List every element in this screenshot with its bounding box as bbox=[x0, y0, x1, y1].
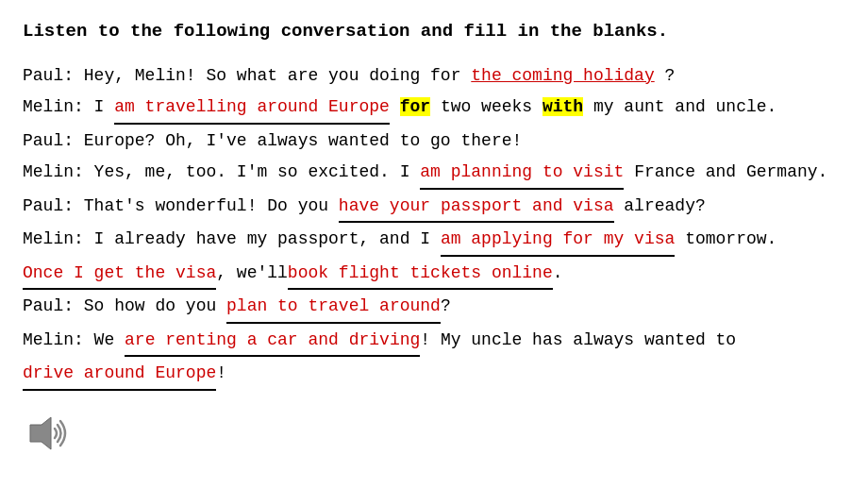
text-segment: Paul: Europe? Oh, I've always wanted to … bbox=[23, 131, 522, 150]
text-segment: , we'll bbox=[216, 263, 288, 282]
dialogue-line-4: Melin: Yes, me, too. I'm so excited. I a… bbox=[23, 158, 845, 190]
text-segment: Paul: That's wonderful! Do you bbox=[23, 196, 339, 215]
text-segment: Paul: Hey, Melin! So what are you doing … bbox=[23, 66, 471, 85]
blank-passport-visa: have your passport and visa bbox=[339, 192, 614, 224]
dialogue-line-2: Melin: I am travelling around Europe for… bbox=[23, 93, 845, 125]
text-segment: Melin: I bbox=[23, 97, 114, 116]
text-segment: ! bbox=[216, 363, 226, 382]
svg-marker-0 bbox=[30, 417, 51, 449]
dialogue-line-3: Paul: Europe? Oh, I've always wanted to … bbox=[23, 126, 845, 157]
blank-book-flight: book flight tickets online bbox=[288, 259, 553, 291]
text-segment: . bbox=[553, 263, 563, 282]
blank-planning-visit: am planning to visit bbox=[420, 158, 624, 190]
blank-plan-travel: plan to travel around bbox=[226, 292, 441, 324]
text-segment: Paul: So how do you bbox=[23, 296, 226, 315]
text-segment: Melin: We bbox=[23, 330, 125, 349]
speaker-icon bbox=[23, 410, 79, 457]
text-segment bbox=[390, 97, 400, 116]
dialogue-line-8: Paul: So how do you plan to travel aroun… bbox=[23, 292, 845, 324]
dialogue-line-9: Melin: We are renting a car and driving!… bbox=[23, 326, 845, 358]
text-segment: ? bbox=[441, 296, 451, 315]
text-segment: already? bbox=[614, 196, 706, 215]
audio-player[interactable] bbox=[23, 410, 79, 462]
dialogue-line-5: Paul: That's wonderful! Do you have your… bbox=[23, 192, 845, 224]
blank-travelling-europe: am travelling around Europe bbox=[114, 93, 390, 125]
dialogue-line-1: Paul: Hey, Melin! So what are you doing … bbox=[23, 61, 845, 92]
blank-the-coming-holiday: the coming holiday bbox=[471, 66, 654, 85]
text-segment: Melin: I already have my passport, and I bbox=[23, 229, 441, 248]
text-segment: ? bbox=[655, 66, 676, 85]
text-segment: ! My uncle has always wanted to bbox=[420, 330, 736, 349]
text-segment: France and Germany. bbox=[624, 162, 827, 181]
highlight-for: for bbox=[400, 97, 430, 116]
blank-drive-europe: drive around Europe bbox=[23, 359, 216, 391]
text-segment: two weeks bbox=[430, 97, 542, 116]
blank-renting-driving: are renting a car and driving bbox=[125, 326, 420, 358]
dialogue-container: Paul: Hey, Melin! So what are you doing … bbox=[23, 61, 845, 391]
text-segment: my aunt and uncle. bbox=[583, 97, 776, 116]
instruction: Listen to the following conversation and… bbox=[23, 19, 845, 44]
text-segment: Melin: Yes, me, too. I'm so excited. I bbox=[23, 162, 420, 181]
blank-once-get-visa: Once I get the visa bbox=[23, 259, 216, 291]
blank-applying-visa: am applying for my visa bbox=[441, 225, 675, 257]
text-segment: tomorrow. bbox=[675, 229, 776, 248]
highlight-with: with bbox=[542, 97, 583, 116]
dialogue-line-10: drive around Europe! bbox=[23, 359, 845, 391]
dialogue-line-6: Melin: I already have my passport, and I… bbox=[23, 225, 845, 257]
dialogue-line-7: Once I get the visa, we'llbook flight ti… bbox=[23, 259, 845, 291]
